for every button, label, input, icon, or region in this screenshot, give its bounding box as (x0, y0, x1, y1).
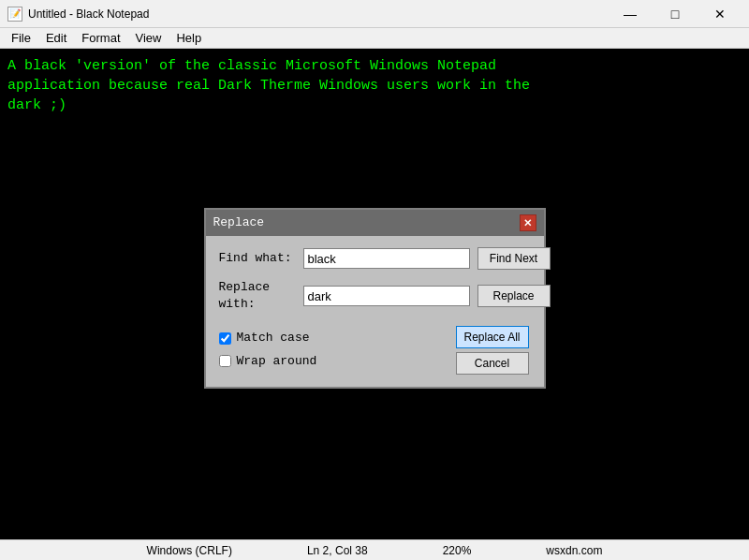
wrap-around-checkbox[interactable] (219, 355, 231, 367)
wrap-around-label: Wrap around (237, 353, 317, 370)
app-icon: 📝 (7, 7, 22, 22)
menu-view[interactable]: View (128, 29, 169, 47)
maximize-button[interactable]: □ (654, 0, 697, 28)
menu-edit[interactable]: Edit (38, 29, 74, 47)
options-section: Match case Wrap around Replace All Cance… (219, 322, 531, 375)
title-bar-left: 📝 Untitled - Black Notepad (7, 7, 149, 22)
find-what-row: Find what: Find Next (219, 247, 531, 270)
dialog-close-button[interactable]: ✕ (520, 214, 536, 231)
find-label: Find what: (219, 250, 303, 267)
status-wsxdn: wsxdn.com (546, 544, 602, 557)
replace-label: Replace with: (219, 279, 303, 313)
menu-file[interactable]: File (4, 29, 38, 47)
editor-area[interactable]: A black 'version' of the classic Microso… (0, 49, 749, 539)
match-case-checkbox[interactable] (219, 332, 231, 345)
find-next-button[interactable]: Find Next (477, 247, 551, 270)
bottom-buttons: Replace All Cancel (456, 326, 531, 375)
status-zoom: 220% (443, 544, 472, 557)
match-case-row: Match case (219, 330, 317, 346)
close-button[interactable]: ✕ (698, 0, 742, 28)
window-controls: — □ ✕ (609, 0, 742, 28)
find-buttons: Find Next (477, 247, 552, 270)
match-case-label: Match case (237, 330, 310, 346)
dialog-body: Find what: Find Next Replace with: Repla… (206, 236, 544, 387)
window-title: Untitled - Black Notepad (28, 7, 149, 21)
status-position: Ln 2, Col 38 (307, 544, 368, 557)
replace-with-row: Replace with: Replace (219, 279, 531, 313)
find-input[interactable] (303, 248, 470, 269)
cancel-button[interactable]: Cancel (456, 352, 529, 375)
replace-button[interactable]: Replace (477, 285, 551, 307)
replace-buttons: Replace (477, 285, 552, 307)
dialog-title: Replace (213, 214, 265, 231)
menu-bar: File Edit Format View Help (0, 28, 749, 49)
dialog-overlay: Replace ✕ Find what: Find Next Replace w… (0, 49, 749, 539)
wrap-around-row: Wrap around (219, 353, 317, 370)
replace-input[interactable] (303, 286, 470, 306)
replace-all-button[interactable]: Replace All (456, 326, 529, 348)
checkbox-section: Match case Wrap around (219, 322, 317, 375)
title-bar: 📝 Untitled - Black Notepad — □ ✕ (0, 0, 749, 28)
menu-help[interactable]: Help (169, 29, 209, 47)
replace-dialog: Replace ✕ Find what: Find Next Replace w… (204, 208, 546, 389)
status-bar: Windows (CRLF) Ln 2, Col 38 220% wsxdn.c… (0, 539, 749, 560)
minimize-button[interactable]: — (609, 0, 652, 28)
dialog-title-bar: Replace ✕ (206, 210, 544, 236)
menu-format[interactable]: Format (74, 29, 127, 47)
status-encoding: Windows (CRLF) (147, 544, 232, 557)
